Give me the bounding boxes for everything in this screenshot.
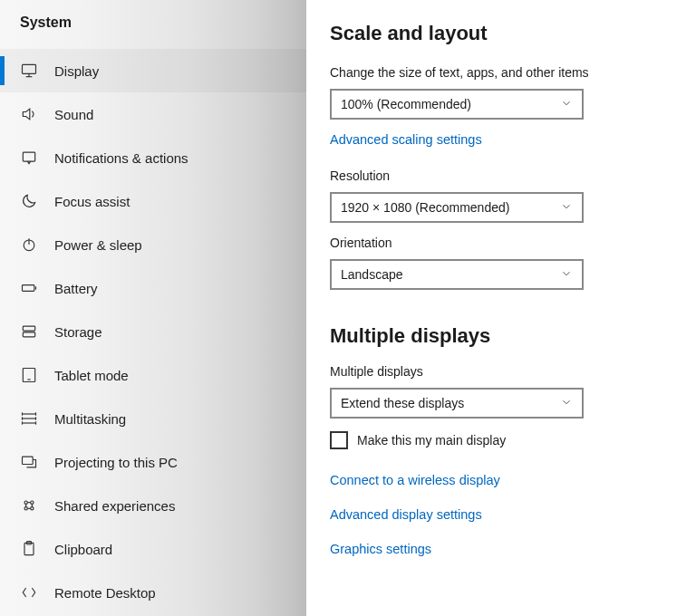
sidebar-item-label: Notifications & actions xyxy=(54,150,188,166)
chevron-down-icon xyxy=(560,97,573,112)
svg-rect-4 xyxy=(23,152,34,161)
multitask-icon xyxy=(20,409,38,428)
moon-icon xyxy=(20,192,38,210)
chevron-down-icon xyxy=(560,396,573,411)
main-display-checkbox-label: Make this my main display xyxy=(357,433,506,448)
chevron-down-icon xyxy=(560,267,573,283)
sidebar-item-label: Multitasking xyxy=(54,411,126,427)
sidebar-item-label: Display xyxy=(54,63,99,79)
orientation-label: Orientation xyxy=(330,236,672,250)
svg-rect-10 xyxy=(23,332,34,337)
sound-icon xyxy=(20,105,38,123)
advanced-display-settings-link[interactable]: Advanced display settings xyxy=(330,507,672,522)
remote-icon xyxy=(20,583,38,602)
sidebar-item-label: Clipboard xyxy=(54,542,112,557)
svg-marker-3 xyxy=(23,109,29,120)
resolution-select[interactable]: 1920 × 1080 (Recommended) xyxy=(330,192,584,223)
sidebar-item-battery[interactable]: Battery xyxy=(0,266,306,310)
content-pane: Scale and layout Change the size of text… xyxy=(306,0,696,616)
multiple-displays-select[interactable]: Extend these displays xyxy=(330,388,584,419)
orientation-select[interactable]: Landscape xyxy=(330,259,584,290)
svg-rect-9 xyxy=(23,326,34,331)
main-display-checkbox-row[interactable]: Make this my main display xyxy=(330,431,672,449)
storage-icon xyxy=(20,322,38,341)
notifications-icon xyxy=(20,149,38,167)
sidebar-item-label: Sound xyxy=(54,107,93,122)
sidebar-item-storage[interactable]: Storage xyxy=(0,310,306,353)
resolution-label: Resolution xyxy=(330,168,672,183)
svg-rect-7 xyxy=(23,285,34,292)
advanced-scaling-link[interactable]: Advanced scaling settings xyxy=(330,132,672,147)
sidebar-item-label: Power & sleep xyxy=(54,237,142,253)
sidebar-item-focus-assist[interactable]: Focus assist xyxy=(0,179,306,223)
svg-point-23 xyxy=(24,501,27,504)
main-display-checkbox[interactable] xyxy=(330,431,348,449)
sidebar-item-projecting-to-this-pc[interactable]: Projecting to this PC xyxy=(0,440,306,484)
orientation-select-value: Landscape xyxy=(341,267,403,282)
sidebar: System DisplaySoundNotifications & actio… xyxy=(0,0,306,616)
project-icon xyxy=(20,453,38,471)
svg-point-24 xyxy=(31,501,34,504)
section-scale-layout-title: Scale and layout xyxy=(330,22,672,45)
sidebar-item-label: Tablet mode xyxy=(54,368,129,383)
sidebar-item-display[interactable]: Display xyxy=(0,49,306,92)
sidebar-item-label: Remote Desktop xyxy=(54,585,156,601)
battery-icon xyxy=(20,279,38,297)
sidebar-item-label: Projecting to this PC xyxy=(54,455,178,470)
sidebar-title: System xyxy=(0,7,306,49)
svg-rect-0 xyxy=(23,64,36,73)
monitor-icon xyxy=(20,62,38,80)
chevron-down-icon xyxy=(560,200,573,216)
scale-select-value: 100% (Recommended) xyxy=(341,97,471,111)
svg-point-26 xyxy=(31,507,34,510)
sidebar-item-label: Focus assist xyxy=(54,194,130,209)
scale-label: Change the size of text, apps, and other… xyxy=(330,65,672,80)
sidebar-item-shared-experiences[interactable]: Shared experiences xyxy=(0,484,306,527)
clipboard-icon xyxy=(20,540,38,558)
svg-rect-22 xyxy=(23,457,34,464)
multiple-displays-label: Multiple displays xyxy=(330,364,672,379)
scale-select[interactable]: 100% (Recommended) xyxy=(330,89,584,120)
sidebar-item-label: Shared experiences xyxy=(54,498,175,514)
graphics-settings-link[interactable]: Graphics settings xyxy=(330,542,672,556)
sidebar-item-remote-desktop[interactable]: Remote Desktop xyxy=(0,571,306,614)
connect-wireless-display-link[interactable]: Connect to a wireless display xyxy=(330,473,672,487)
sidebar-item-notifications-actions[interactable]: Notifications & actions xyxy=(0,136,306,179)
multiple-displays-select-value: Extend these displays xyxy=(341,396,464,410)
sidebar-item-clipboard[interactable]: Clipboard xyxy=(0,527,306,571)
sidebar-item-label: Storage xyxy=(54,324,102,340)
power-icon xyxy=(20,236,38,254)
sidebar-item-multitasking[interactable]: Multitasking xyxy=(0,397,306,440)
sidebar-item-power-sleep[interactable]: Power & sleep xyxy=(0,223,306,266)
sidebar-item-sound[interactable]: Sound xyxy=(0,92,306,136)
tablet-icon xyxy=(20,366,38,384)
section-multiple-displays-title: Multiple displays xyxy=(330,324,672,348)
resolution-select-value: 1920 × 1080 (Recommended) xyxy=(341,200,509,215)
shared-icon xyxy=(20,496,38,515)
svg-point-25 xyxy=(24,507,27,510)
sidebar-item-tablet-mode[interactable]: Tablet mode xyxy=(0,353,306,397)
sidebar-item-label: Battery xyxy=(54,281,98,296)
